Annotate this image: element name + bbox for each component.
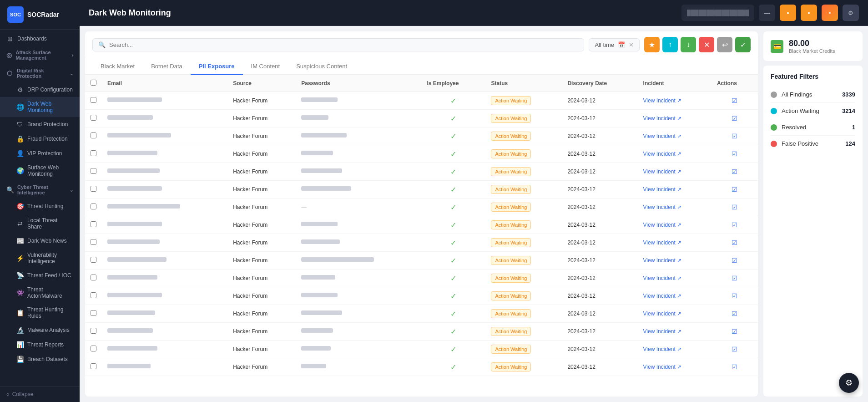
action-edit-icon[interactable]: ☑	[732, 275, 737, 282]
action-edit-icon[interactable]: ☑	[732, 132, 737, 140]
row-checkbox[interactable]	[91, 150, 96, 156]
sidebar-item-threat-feed[interactable]: 📡 Threat Feed / IOC	[0, 268, 80, 283]
sidebar-item-threat-reports[interactable]: 📊 Threat Reports	[0, 337, 80, 352]
action-edit-icon[interactable]: ☑	[732, 186, 737, 193]
action-edit-icon[interactable]: ☑	[732, 328, 737, 335]
sidebar-item-threat-hunting-rules[interactable]: 📋 Threat Hunting Rules	[0, 303, 80, 323]
view-incident-link[interactable]: View Incident ↗	[643, 293, 706, 299]
tab-black-market[interactable]: Black Market	[92, 58, 143, 75]
view-incident-link[interactable]: View Incident ↗	[643, 328, 706, 335]
undo-button[interactable]: ↩	[717, 37, 732, 52]
row-checkbox[interactable]	[91, 328, 96, 334]
tab-botnet-data[interactable]: Botnet Data	[143, 58, 191, 75]
sidebar-item-local-threat-share[interactable]: ⇄ Local Threat Share	[0, 214, 80, 234]
action-edit-icon[interactable]: ☑	[732, 204, 737, 211]
sidebar-item-malware-analysis[interactable]: 🔬 Malware Analysis	[0, 323, 80, 337]
filter-all-findings[interactable]: All Findings 3339	[771, 87, 855, 103]
sidebar-item-threat-hunting[interactable]: 🎯 Threat Hunting	[0, 199, 80, 214]
confirm-button[interactable]: ✓	[735, 37, 751, 52]
row-checkbox[interactable]	[91, 97, 96, 103]
user-avatar[interactable]: ▪	[822, 5, 838, 21]
sidebar-item-brand-protection[interactable]: 🛡 Brand Protection	[0, 117, 80, 132]
sidebar-item-dark-web-monitoring[interactable]: 🌐 Dark Web Monitoring	[0, 97, 80, 117]
row-checkbox[interactable]	[91, 204, 96, 209]
row-checkbox[interactable]	[91, 257, 96, 263]
threat-actor-icon: 👾	[16, 289, 24, 296]
view-incident-link[interactable]: View Incident ↗	[643, 204, 706, 210]
row-checkbox-cell	[85, 163, 102, 181]
action-edit-icon[interactable]: ☑	[732, 150, 737, 158]
row-checkbox[interactable]	[91, 310, 96, 316]
sidebar-item-dark-web-news[interactable]: 📰 Dark Web News	[0, 234, 80, 248]
view-incident-link[interactable]: View Incident ↗	[643, 275, 706, 281]
sidebar-item-dashboards[interactable]: ⊞ Dashboards	[0, 31, 80, 46]
select-all-checkbox[interactable]	[91, 80, 96, 86]
view-incident-link[interactable]: View Incident ↗	[643, 310, 706, 317]
sidebar-item-surface-web[interactable]: 🌍 Surface Web Monitoring	[0, 161, 80, 181]
topbar-icon-2[interactable]: ▪	[780, 5, 796, 21]
row-checkbox[interactable]	[91, 132, 96, 138]
search-wrapper[interactable]: 🔍	[92, 38, 584, 51]
sidebar-item-attack-surface[interactable]: ◎ Attack Surface Management ›	[0, 46, 80, 64]
row-checkbox[interactable]	[91, 363, 96, 369]
row-checkbox[interactable]	[91, 239, 96, 245]
action-edit-icon[interactable]: ☑	[732, 363, 737, 371]
view-incident-link[interactable]: View Incident ↗	[643, 239, 706, 246]
view-incident-link[interactable]: View Incident ↗	[643, 168, 706, 175]
view-incident-link[interactable]: View Incident ↗	[643, 186, 706, 193]
row-checkbox[interactable]	[91, 115, 96, 121]
sidebar-item-drp-config[interactable]: ⚙ DRP Configuration	[0, 82, 80, 97]
download-button[interactable]: ↓	[681, 37, 696, 52]
view-incident-link[interactable]: View Incident ↗	[643, 115, 706, 122]
date-filter[interactable]: All time 📅 ✕	[589, 38, 640, 51]
row-checkbox[interactable]	[91, 168, 96, 174]
col-discovery-date[interactable]: Discovery Date	[562, 75, 637, 92]
action-edit-icon[interactable]: ☑	[732, 292, 737, 300]
sidebar-item-cti[interactable]: 🔍 Cyber Threat Intelligence ⌄	[0, 181, 80, 199]
sidebar-item-vip-protection[interactable]: 👤 VIP Protection	[0, 146, 80, 161]
sidebar-item-breach-datasets[interactable]: 💾 Breach Datasets	[0, 352, 80, 366]
row-checkbox[interactable]	[91, 221, 96, 227]
row-checkbox[interactable]	[91, 186, 96, 192]
sidebar-item-digital-risk[interactable]: ⬡ Digital Risk Protection ⌄	[0, 64, 80, 82]
sidebar-item-threat-actor[interactable]: 👾 Threat Actor/Malware	[0, 283, 80, 303]
action-edit-icon[interactable]: ☑	[732, 168, 737, 175]
filter-button[interactable]: ★	[644, 37, 660, 52]
action-edit-icon[interactable]: ☑	[732, 257, 737, 264]
collapse-button[interactable]: « Collapse	[6, 391, 73, 397]
view-incident-link[interactable]: View Incident ↗	[643, 222, 706, 228]
topbar-icon-1[interactable]: —	[759, 5, 775, 21]
row-checkbox[interactable]	[91, 292, 96, 298]
view-incident-link[interactable]: View Incident ↗	[643, 151, 706, 157]
sidebar-nav: ⊞ Dashboards ◎ Attack Surface Management…	[0, 30, 80, 368]
action-edit-icon[interactable]: ☑	[732, 97, 737, 104]
action-edit-icon[interactable]: ☑	[732, 239, 737, 246]
tab-pii-exposure[interactable]: PII Exposure	[191, 58, 243, 75]
view-incident-link[interactable]: View Incident ↗	[643, 133, 706, 139]
clear-date-icon[interactable]: ✕	[629, 41, 634, 48]
action-edit-icon[interactable]: ☑	[732, 310, 737, 317]
sidebar-item-vuln-intel[interactable]: ⚡ Vulnerability Intelligence	[0, 248, 80, 268]
settings-fab[interactable]: ⚙	[839, 373, 859, 393]
row-checkbox[interactable]	[91, 346, 96, 351]
view-incident-link[interactable]: View Incident ↗	[643, 257, 706, 264]
action-edit-icon[interactable]: ☑	[732, 221, 737, 229]
filter-action-waiting[interactable]: Action Waiting 3214	[771, 103, 855, 119]
sidebar-item-fraud-protection[interactable]: 🔒 Fraud Protection	[0, 132, 80, 146]
filter-false-positive[interactable]: False Positive 124	[771, 136, 855, 152]
action-edit-icon[interactable]: ☑	[732, 115, 737, 122]
filter-resolved[interactable]: Resolved 1	[771, 119, 855, 136]
view-incident-link[interactable]: View Incident ↗	[643, 346, 706, 352]
export-button[interactable]: ↑	[662, 37, 678, 52]
topbar-settings-icon[interactable]: ⚙	[843, 5, 859, 21]
topbar-icon-3[interactable]: ▪	[801, 5, 817, 21]
tab-suspicious-content[interactable]: Suspicious Content	[288, 58, 355, 75]
search-input[interactable]	[109, 41, 578, 48]
view-incident-link[interactable]: View Incident ↗	[643, 364, 706, 370]
row-checkbox[interactable]	[91, 275, 96, 280]
delete-button[interactable]: ✕	[699, 37, 714, 52]
incident-cell: View Incident ↗	[638, 323, 712, 341]
action-edit-icon[interactable]: ☑	[732, 346, 737, 353]
view-incident-link[interactable]: View Incident ↗	[643, 97, 706, 104]
tab-im-content[interactable]: IM Content	[243, 58, 288, 75]
